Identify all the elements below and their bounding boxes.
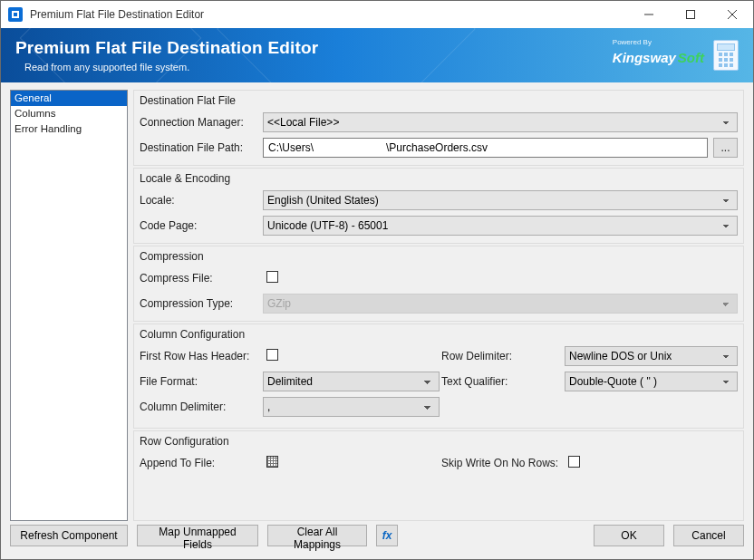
svg-rect-1: [687, 11, 695, 19]
banner-subtitle: Read from any supported file system.: [24, 62, 318, 72]
skip-write-checkbox[interactable]: [568, 456, 580, 468]
browse-button[interactable]: ...: [713, 138, 738, 158]
map-unmapped-button[interactable]: Map Unmapped Fields: [137, 525, 258, 546]
body: General Columns Error Handling Destinati…: [1, 82, 753, 559]
row-delimiter-select[interactable]: Newline DOS or Unix: [565, 346, 738, 366]
close-button[interactable]: [711, 1, 753, 28]
brand-logo: KingswaySoft: [613, 50, 704, 65]
banner: Premium Flat File Destination Editor Rea…: [1, 28, 753, 82]
expression-button[interactable]: fx: [376, 525, 398, 546]
codepage-label: Code Page:: [140, 219, 257, 232]
group-locale: Locale & Encoding Locale: English (Unite…: [133, 168, 744, 244]
window-title: Premium Flat File Destination Editor: [30, 8, 204, 21]
sidebar: General Columns Error Handling: [10, 90, 128, 521]
maximize-button[interactable]: [670, 1, 711, 28]
sidebar-item-label: Columns: [14, 108, 55, 119]
titlebar: Premium Flat File Destination Editor: [1, 1, 753, 28]
first-row-header-label: First Row Has Header:: [140, 350, 257, 362]
compress-file-checkbox[interactable]: [266, 271, 278, 283]
powered-by-label: Powered By: [613, 38, 652, 46]
group-header: Destination Flat File: [134, 91, 743, 112]
sidebar-item-columns[interactable]: Columns: [11, 106, 127, 121]
text-qualifier-label: Text Qualifier:: [441, 375, 559, 388]
banner-title: Premium Flat File Destination Editor: [15, 38, 318, 58]
group-header: Compression: [134, 246, 743, 268]
content-area: General Columns Error Handling Destinati…: [1, 82, 753, 521]
footer: Refresh Component Map Unmapped Fields Cl…: [1, 521, 753, 559]
ellipsis-icon: ...: [720, 141, 730, 154]
sidebar-item-error-handling[interactable]: Error Handling: [11, 121, 127, 137]
connection-manager-label: Connection Manager:: [140, 116, 257, 129]
window-buttons: [628, 1, 753, 28]
brand-text-1: Kingsway: [613, 50, 676, 65]
main-panel: Destination Flat File Connection Manager…: [133, 90, 744, 521]
group-row-config: Row Configuration Append To File: Skip W…: [133, 430, 744, 521]
group-destination: Destination Flat File Connection Manager…: [133, 90, 744, 166]
connection-manager-select[interactable]: <<Local File>>: [263, 112, 738, 132]
app-window: Premium Flat File Destination Editor Pre…: [0, 0, 754, 560]
skip-write-label: Skip Write On No Rows:: [441, 457, 559, 469]
brand-text-2: Soft: [678, 50, 704, 65]
destination-path-label: Destination File Path:: [140, 141, 257, 154]
destination-path-input[interactable]: [263, 138, 708, 158]
append-to-file-label: Append To File:: [140, 457, 257, 469]
locale-select[interactable]: English (United States): [263, 190, 738, 210]
group-header: Column Configuration: [134, 324, 743, 346]
file-format-label: File Format:: [140, 375, 257, 388]
refresh-component-button[interactable]: Refresh Component: [10, 525, 128, 546]
sidebar-item-general[interactable]: General: [11, 91, 127, 106]
app-icon: [8, 7, 23, 22]
cancel-button[interactable]: Cancel: [673, 525, 744, 546]
column-delimiter-select[interactable]: ,: [263, 397, 440, 417]
codepage-select[interactable]: Unicode (UTF-8) - 65001: [263, 216, 738, 236]
group-header: Locale & Encoding: [134, 169, 743, 190]
compress-file-label: Compress File:: [140, 272, 257, 285]
text-qualifier-select[interactable]: Double-Quote ( " ): [565, 372, 738, 391]
column-delimiter-label: Column Delimiter:: [140, 401, 257, 413]
file-format-select[interactable]: Delimited: [263, 372, 440, 391]
locale-label: Locale:: [140, 194, 257, 207]
clear-mappings-button[interactable]: Clear All Mappings: [267, 525, 367, 546]
sidebar-item-label: General: [14, 92, 52, 103]
ok-button[interactable]: OK: [594, 525, 664, 546]
first-row-header-checkbox[interactable]: [266, 349, 278, 361]
group-compression: Compression Compress File: Compression T…: [133, 246, 744, 322]
compression-type-label: Compression Type:: [140, 297, 257, 310]
group-column-config: Column Configuration First Row Has Heade…: [133, 323, 744, 429]
group-header: Row Configuration: [134, 431, 743, 453]
compression-type-select: GZip: [263, 294, 738, 314]
minimize-button[interactable]: [628, 1, 670, 28]
append-to-file-checkbox[interactable]: [266, 456, 278, 468]
row-delimiter-label: Row Delimiter:: [441, 350, 559, 362]
fx-icon: fx: [382, 529, 392, 542]
sidebar-item-label: Error Handling: [14, 123, 82, 134]
component-icon: [713, 40, 739, 71]
